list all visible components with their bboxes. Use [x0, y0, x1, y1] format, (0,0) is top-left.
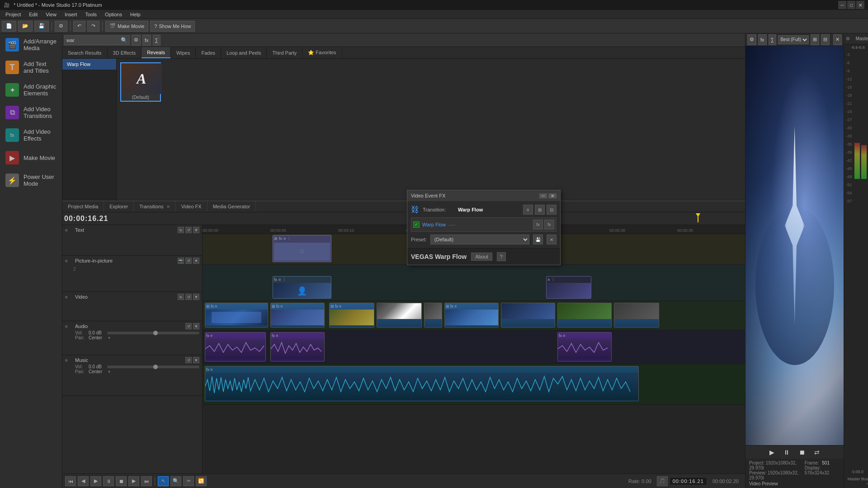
tab-third-party[interactable]: Third Party — [267, 47, 302, 58]
sidebar-item-video-transitions[interactable]: ⧉ Add Video Transitions — [0, 101, 62, 124]
preview-settings-btn[interactable]: ⚙ — [747, 34, 756, 45]
music-menu-btn[interactable]: ▼ — [193, 357, 199, 363]
text-fx-btn[interactable]: fx — [178, 227, 184, 233]
effects-settings-btn[interactable]: ⚙ — [132, 35, 141, 46]
effect-default[interactable]: A (Default) — [120, 62, 161, 102]
search-box[interactable]: 🔍 — [64, 35, 130, 45]
video-clip-9[interactable] — [614, 303, 659, 328]
search-input[interactable] — [66, 38, 121, 43]
preview-formula-btn[interactable]: ∑ — [769, 34, 777, 45]
menu-tools[interactable]: Tools — [81, 11, 100, 18]
preview-grid-btn[interactable]: ⊞ — [811, 34, 819, 45]
tab-reveals[interactable]: Reveals — [142, 47, 171, 58]
fast-forward-btn[interactable]: ⏭ — [141, 476, 152, 486]
tab-video-fx[interactable]: Video FX — [176, 201, 208, 212]
trim-tool-btn[interactable]: ✂ — [183, 476, 194, 486]
video-track-lane[interactable]: ⊞fx≡ ⊞fx≡ ⊞fx≡ — [203, 301, 745, 330]
rewind-to-start-btn[interactable]: ⏮ — [65, 476, 76, 486]
show-me-how-button[interactable]: ? Show Me How — [150, 21, 195, 32]
step-forward-btn[interactable]: ▶ — [128, 476, 139, 486]
cursor-tool-btn[interactable]: ↖ — [158, 476, 169, 486]
vefx-about-btn[interactable]: About — [471, 253, 492, 261]
tab-wipes[interactable]: Wipes — [171, 47, 196, 58]
audio-menu-btn[interactable]: ▼ — [193, 323, 199, 329]
menu-help[interactable]: Help — [127, 11, 144, 18]
tab-media-generator[interactable]: Media Generator — [208, 201, 256, 212]
menu-insert[interactable]: Insert — [61, 11, 81, 18]
video-loop-btn[interactable]: ↺ — [185, 294, 192, 300]
master-close-btn[interactable]: ✕ — [866, 481, 868, 486]
loop-btn[interactable]: 🔁 — [196, 476, 207, 486]
minimize-button[interactable]: ─ — [838, 1, 846, 9]
tab-search-results[interactable]: Search Results — [62, 47, 108, 58]
text-loop-btn[interactable]: ↺ — [185, 227, 192, 233]
menu-options[interactable]: Options — [101, 11, 126, 18]
video-clip-2[interactable]: ⊞fx≡ — [270, 303, 325, 328]
new-button[interactable]: 📄 — [2, 21, 16, 32]
sidebar-item-arrange-media[interactable]: 🎬 Add/Arrange Media — [0, 33, 62, 56]
music-vol-handle[interactable] — [153, 365, 158, 369]
vefx-close-btn[interactable]: ✕ — [548, 193, 557, 198]
preview-play-btn[interactable]: ▶ — [767, 448, 777, 457]
open-button[interactable]: 📂 — [18, 21, 33, 32]
tab-project-media[interactable]: Project Media — [62, 201, 104, 212]
audio-clip-1[interactable]: fx≡ — [205, 332, 266, 361]
music-track-lane[interactable]: fx≡ — [203, 364, 745, 405]
video-clip-6[interactable]: ⊞fx≡ — [444, 303, 499, 328]
preview-fx-btn[interactable]: fx — [758, 34, 767, 45]
preview-split-btn[interactable]: ⊟ — [821, 34, 830, 45]
video-menu-btn[interactable]: ▼ — [193, 294, 199, 300]
vefx-minimize-btn[interactable]: ─ — [539, 193, 547, 198]
tab-favorites[interactable]: ⭐ Favorites — [302, 47, 342, 58]
music-loop-btn[interactable]: ↺ — [185, 357, 192, 363]
vefx-preset-close-btn[interactable]: ✕ — [547, 235, 557, 244]
vefx-chain-del-btn[interactable]: fx — [544, 220, 554, 230]
vefx-preset-save-btn[interactable]: 💾 — [533, 235, 543, 244]
maximize-button[interactable]: □ — [847, 1, 855, 9]
pip-cam-btn[interactable]: 📷 — [178, 258, 184, 264]
transitions-close[interactable]: ✕ — [166, 204, 170, 209]
video-clip-7[interactable] — [501, 303, 555, 328]
audio-clip-2[interactable]: fx≡ — [270, 332, 325, 361]
sidebar-item-text-titles[interactable]: T Add Text and Titles — [0, 56, 62, 79]
vefx-large-btn[interactable]: ⊟ — [547, 205, 557, 215]
play-btn[interactable]: ▶ — [90, 476, 101, 486]
vefx-help-btn[interactable]: ? — [497, 252, 506, 261]
tab-explorer[interactable]: Explorer — [104, 201, 134, 212]
make-movie-button[interactable]: 🎬 Make Movie — [105, 21, 148, 32]
menu-project[interactable]: Project — [2, 11, 24, 18]
pip-clip-1[interactable]: fx≡⋮ 👤 — [273, 276, 331, 299]
video-fx-btn[interactable]: fx — [178, 294, 184, 300]
audio-vol-handle[interactable] — [153, 331, 158, 335]
audio-pan-dropdown[interactable]: ▼ — [107, 336, 111, 340]
sidebar-item-video-effects[interactable]: fx Add Video Effects — [0, 124, 62, 146]
audio-track-lane[interactable]: fx≡ fx≡ — [203, 330, 745, 364]
music-pan-dropdown[interactable]: ▼ — [107, 370, 111, 374]
vefx-chain-fx-btn[interactable]: fx — [533, 220, 543, 230]
pause-btn[interactable]: ⏸ — [103, 476, 114, 486]
pip-track-lane[interactable]: fx≡⋮ 👤 ≡⋮ — [203, 265, 745, 301]
pip-menu-btn[interactable]: ▼ — [193, 258, 199, 264]
vefx-preset-select[interactable]: (Default) — [430, 235, 529, 244]
sidebar-item-power-user[interactable]: ⚡ Power User Mode — [0, 169, 62, 192]
save-button[interactable]: 💾 — [34, 21, 49, 32]
tab-loop-peels[interactable]: Loop and Peels — [221, 47, 267, 58]
vefx-enable-checkbox[interactable]: ✓ — [413, 221, 420, 228]
effects-list-warpflow[interactable]: Warp Flow — [62, 59, 116, 70]
tab-transitions[interactable]: Transitions ✕ — [134, 201, 175, 212]
sidebar-item-graphic-elements[interactable]: ✦ Add Graphic Elements — [0, 79, 62, 101]
video-clip-3[interactable]: ⊞fx≡ — [329, 303, 374, 328]
preview-close-btn[interactable]: ✕ — [833, 34, 842, 45]
undo-button[interactable]: ↶ — [73, 21, 85, 32]
close-button[interactable]: ✕ — [856, 1, 864, 9]
title-bar-controls[interactable]: ─ □ ✕ — [838, 1, 864, 9]
vefx-grid-btn[interactable]: ⊞ — [535, 205, 545, 215]
pip-loop-btn[interactable]: ↺ — [185, 258, 192, 264]
menu-edit[interactable]: Edit — [25, 11, 41, 18]
menu-view[interactable]: View — [42, 11, 60, 18]
video-clip-4[interactable] — [377, 303, 422, 328]
zoom-tool-btn[interactable]: 🔍 — [170, 476, 181, 486]
sidebar-item-make-movie[interactable]: ▶ Make Movie — [0, 146, 62, 169]
preview-stop-btn[interactable]: ⏹ — [796, 448, 808, 457]
effects-func-btn[interactable]: fx — [142, 35, 151, 46]
